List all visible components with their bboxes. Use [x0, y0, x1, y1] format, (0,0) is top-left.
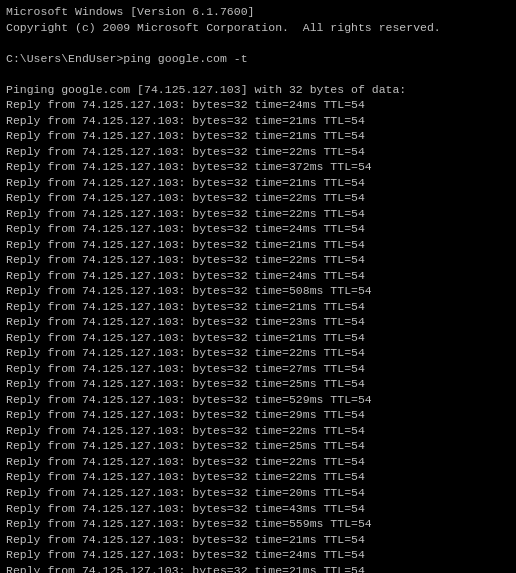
ping-start-line: Pinging google.com [74.125.127.103] with…	[6, 82, 510, 98]
reply-line-1: Reply from 74.125.127.103: bytes=32 time…	[6, 113, 510, 129]
header-line-2: Copyright (c) 2009 Microsoft Corporation…	[6, 20, 510, 36]
reply-line-13: Reply from 74.125.127.103: bytes=32 time…	[6, 299, 510, 315]
header-line-1: Microsoft Windows [Version 6.1.7600]	[6, 4, 510, 20]
reply-line-20: Reply from 74.125.127.103: bytes=32 time…	[6, 407, 510, 423]
reply-line-9: Reply from 74.125.127.103: bytes=32 time…	[6, 237, 510, 253]
reply-line-19: Reply from 74.125.127.103: bytes=32 time…	[6, 392, 510, 408]
reply-line-23: Reply from 74.125.127.103: bytes=32 time…	[6, 454, 510, 470]
reply-line-0: Reply from 74.125.127.103: bytes=32 time…	[6, 97, 510, 113]
reply-line-18: Reply from 74.125.127.103: bytes=32 time…	[6, 376, 510, 392]
reply-line-15: Reply from 74.125.127.103: bytes=32 time…	[6, 330, 510, 346]
reply-line-27: Reply from 74.125.127.103: bytes=32 time…	[6, 516, 510, 532]
reply-line-28: Reply from 74.125.127.103: bytes=32 time…	[6, 532, 510, 548]
reply-line-7: Reply from 74.125.127.103: bytes=32 time…	[6, 206, 510, 222]
reply-line-5: Reply from 74.125.127.103: bytes=32 time…	[6, 175, 510, 191]
reply-line-30: Reply from 74.125.127.103: bytes=32 time…	[6, 563, 510, 573]
reply-line-25: Reply from 74.125.127.103: bytes=32 time…	[6, 485, 510, 501]
empty-line-2	[6, 66, 510, 82]
reply-line-10: Reply from 74.125.127.103: bytes=32 time…	[6, 252, 510, 268]
reply-line-3: Reply from 74.125.127.103: bytes=32 time…	[6, 144, 510, 160]
reply-line-17: Reply from 74.125.127.103: bytes=32 time…	[6, 361, 510, 377]
reply-line-16: Reply from 74.125.127.103: bytes=32 time…	[6, 345, 510, 361]
reply-line-26: Reply from 74.125.127.103: bytes=32 time…	[6, 501, 510, 517]
replies-container: Reply from 74.125.127.103: bytes=32 time…	[6, 97, 510, 573]
terminal-window: Microsoft Windows [Version 6.1.7600] Cop…	[0, 0, 516, 573]
reply-line-11: Reply from 74.125.127.103: bytes=32 time…	[6, 268, 510, 284]
reply-line-22: Reply from 74.125.127.103: bytes=32 time…	[6, 438, 510, 454]
reply-line-12: Reply from 74.125.127.103: bytes=32 time…	[6, 283, 510, 299]
reply-line-6: Reply from 74.125.127.103: bytes=32 time…	[6, 190, 510, 206]
reply-line-24: Reply from 74.125.127.103: bytes=32 time…	[6, 469, 510, 485]
command-line: C:\Users\EndUser>ping google.com -t	[6, 51, 510, 67]
empty-line-1	[6, 35, 510, 51]
reply-line-4: Reply from 74.125.127.103: bytes=32 time…	[6, 159, 510, 175]
reply-line-2: Reply from 74.125.127.103: bytes=32 time…	[6, 128, 510, 144]
reply-line-14: Reply from 74.125.127.103: bytes=32 time…	[6, 314, 510, 330]
reply-line-8: Reply from 74.125.127.103: bytes=32 time…	[6, 221, 510, 237]
reply-line-21: Reply from 74.125.127.103: bytes=32 time…	[6, 423, 510, 439]
reply-line-29: Reply from 74.125.127.103: bytes=32 time…	[6, 547, 510, 563]
